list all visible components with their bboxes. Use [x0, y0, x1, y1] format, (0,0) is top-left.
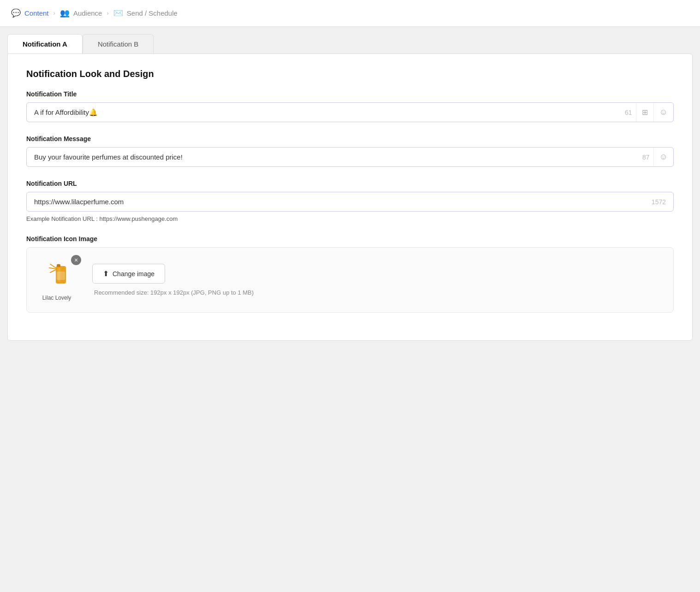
notification-title-counter: 61	[621, 109, 636, 116]
svg-line-0	[50, 264, 56, 268]
breadcrumb-item-content[interactable]: 💬 Content	[11, 8, 49, 18]
notification-message-input[interactable]	[27, 148, 639, 166]
notification-title-template-button[interactable]: ⊞	[636, 103, 653, 121]
change-image-button[interactable]: ⬆ Change image	[92, 264, 165, 284]
breadcrumb-label-audience: Audience	[73, 9, 102, 17]
notification-url-input[interactable]	[27, 192, 644, 211]
notification-icon-label: Notification Icon Image	[26, 235, 674, 243]
icon-upload-area: ×	[26, 247, 674, 313]
notification-icon-group: Notification Icon Image ×	[26, 235, 674, 313]
notification-url-group: Notification URL 1572 Example Notificati…	[26, 180, 674, 222]
notification-title-input[interactable]	[27, 103, 621, 122]
close-icon: ×	[74, 257, 78, 263]
notification-message-emoji-button[interactable]: ☺	[653, 148, 673, 166]
breadcrumb-item-audience[interactable]: 👥 Audience	[60, 8, 102, 18]
change-image-label: Change image	[113, 270, 154, 278]
icon-preview-wrapper: ×	[36, 259, 77, 301]
message-emoji-icon: ☺	[659, 152, 668, 162]
tab-notification-a[interactable]: Notification A	[7, 34, 83, 53]
breadcrumb-item-send-schedule[interactable]: ✉️ Send / Schedule	[113, 8, 178, 18]
notification-title-label: Notification Title	[26, 90, 674, 98]
template-icon: ⊞	[642, 108, 648, 117]
breadcrumb-arrow-2: ›	[107, 10, 108, 17]
notification-message-counter: 87	[639, 154, 653, 161]
image-hint: Recommended size: 192px x 192px (JPG, PN…	[94, 289, 254, 296]
breadcrumb: 💬 Content › 👥 Audience › ✉️ Send / Sched…	[0, 0, 700, 27]
notification-title-group: Notification Title 61 ⊞ ☺	[26, 90, 674, 122]
notification-url-counter: 1572	[644, 198, 673, 206]
breadcrumb-label-send-schedule: Send / Schedule	[127, 9, 178, 17]
svg-rect-6	[57, 272, 65, 280]
perfume-bottle-svg	[43, 261, 71, 289]
icon-image-label: Lilac Lovely	[42, 295, 71, 301]
emoji-icon: ☺	[659, 107, 668, 117]
icon-image-placeholder	[40, 259, 73, 292]
icon-upload-actions: ⬆ Change image Recommended size: 192px x…	[92, 264, 254, 296]
svg-line-2	[50, 270, 56, 272]
breadcrumb-label-content: Content	[24, 9, 49, 17]
notification-message-group: Notification Message 87 ☺	[26, 135, 674, 167]
audience-icon: 👥	[60, 8, 70, 18]
notification-title-emoji-button[interactable]: ☺	[653, 103, 673, 122]
notification-url-label: Notification URL	[26, 180, 674, 187]
notification-message-label: Notification Message	[26, 135, 674, 142]
content-icon: 💬	[11, 8, 21, 18]
svg-rect-5	[57, 264, 60, 267]
breadcrumb-arrow-1: ›	[53, 10, 55, 17]
notification-title-input-wrapper: 61 ⊞ ☺	[26, 102, 674, 122]
send-schedule-icon: ✉️	[113, 8, 123, 18]
notification-url-hint: Example Notification URL : https://www.p…	[26, 215, 674, 222]
icon-remove-button[interactable]: ×	[71, 255, 81, 265]
section-title: Notification Look and Design	[26, 69, 674, 79]
notification-url-input-wrapper: 1572	[26, 192, 674, 212]
main-card: Notification Look and Design Notificatio…	[7, 53, 693, 341]
upload-icon: ⬆	[103, 269, 109, 278]
tabs-bar: Notification A Notification B	[0, 27, 700, 53]
svg-line-1	[49, 268, 56, 269]
notification-message-input-wrapper: 87 ☺	[26, 147, 674, 167]
tab-notification-b[interactable]: Notification B	[83, 34, 154, 53]
